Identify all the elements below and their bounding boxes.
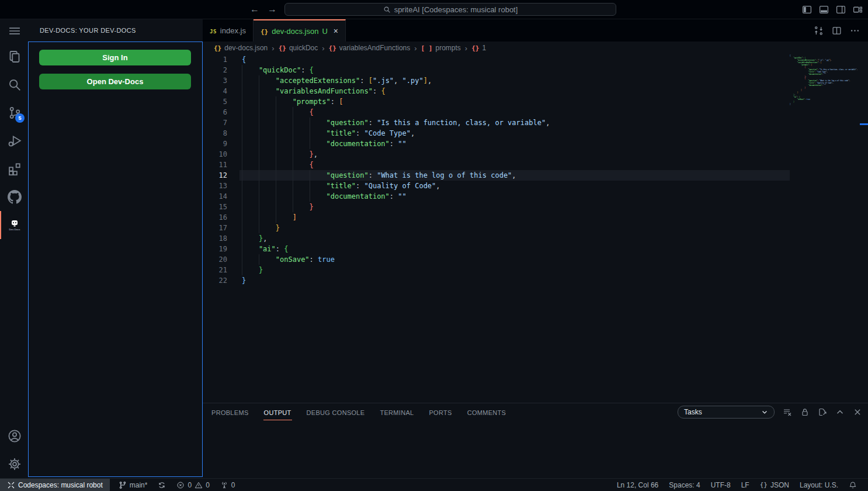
line-content: } bbox=[239, 275, 790, 286]
toggle-panel-button[interactable] bbox=[819, 4, 829, 15]
activity-bar-dev-docs[interactable]: Dev-Docs bbox=[0, 211, 28, 239]
tab-dev-docs-json[interactable]: {}dev-docs.jsonU× bbox=[254, 19, 346, 42]
code-line[interactable]: 21} bbox=[203, 265, 790, 275]
dev-docs-webview: Sign InOpen Dev-Docs bbox=[28, 42, 203, 477]
panel-tab-problems[interactable]: PROBLEMS bbox=[211, 404, 249, 420]
code-line[interactable]: 13"title": "Quality of Code", bbox=[203, 181, 790, 191]
activity-bar-source-control[interactable]: 5 bbox=[0, 99, 28, 127]
lock-scrolling-button[interactable] bbox=[800, 407, 810, 417]
activity-bar-explorer[interactable] bbox=[0, 43, 28, 71]
token: { bbox=[310, 66, 314, 74]
line-number: 19 bbox=[203, 244, 227, 254]
token: : bbox=[356, 182, 364, 190]
keyboard-layout[interactable]: Layout: U.S. bbox=[794, 479, 843, 491]
notifications-bell[interactable] bbox=[843, 479, 862, 491]
code-line[interactable]: 1{ bbox=[203, 54, 790, 65]
cursor-position[interactable]: Ln 12, Col 66 bbox=[612, 479, 664, 491]
panel-tab-debug-console[interactable]: DEBUG CONSOLE bbox=[306, 404, 366, 420]
panel-tab-ports[interactable]: PORTS bbox=[428, 404, 452, 420]
code-line[interactable]: 18}, bbox=[203, 233, 790, 244]
history-nav: ←→ bbox=[250, 5, 277, 14]
minimap[interactable]: { "quickDoc": { "acceptedExtensions": ["… bbox=[790, 54, 860, 403]
output-channel-select[interactable]: Tasks bbox=[678, 406, 775, 419]
code-line[interactable]: 4"variablesAndFunctions": { bbox=[203, 86, 790, 96]
breadcrumb-item[interactable]: {}quickDoc bbox=[279, 44, 318, 52]
code-editor[interactable]: 1{2"quickDoc": {3"acceptedExtensions": [… bbox=[203, 54, 790, 403]
code-line[interactable]: 6{ bbox=[203, 107, 790, 117]
code-line[interactable]: 2"quickDoc": { bbox=[203, 65, 790, 75]
tab-index-js[interactable]: JSindex.js bbox=[203, 19, 254, 42]
chevron-down-icon bbox=[761, 409, 768, 416]
code-line[interactable]: 9"documentation": "" bbox=[203, 139, 790, 149]
panel-tab-output[interactable]: OUTPUT bbox=[263, 404, 292, 420]
activity-bar-extensions[interactable] bbox=[0, 155, 28, 183]
activity-bar-menu-button[interactable] bbox=[0, 19, 28, 43]
more-actions-button[interactable] bbox=[850, 26, 860, 36]
customize-layout-button[interactable] bbox=[853, 4, 863, 15]
indent-guide bbox=[310, 170, 327, 181]
panel-tab-terminal[interactable]: TERMINAL bbox=[379, 404, 414, 420]
open-output-in-editor-button[interactable] bbox=[818, 407, 827, 417]
remote-indicator[interactable]: Codespaces: musical robot bbox=[0, 479, 110, 491]
breadcrumb-item[interactable]: {}dev-docs.json bbox=[214, 44, 268, 52]
indent-guide bbox=[242, 75, 259, 86]
activity-bar-accounts[interactable] bbox=[0, 422, 28, 450]
minimap-token: ".py" bbox=[825, 59, 829, 61]
code-line[interactable]: 12"question": "What is the log o of this… bbox=[203, 170, 790, 181]
split-editor-button[interactable] bbox=[832, 26, 842, 36]
breadcrumb-item[interactable]: {}variablesAndFunctions bbox=[329, 44, 411, 52]
back-button[interactable]: ← bbox=[250, 5, 259, 14]
open-dev-docs-button[interactable]: Open Dev-Docs bbox=[39, 74, 191, 89]
command-center-search[interactable]: spriteAI [Codespaces: musical robot] bbox=[284, 3, 616, 16]
breadcrumb-item[interactable]: [ ]prompts bbox=[421, 44, 461, 52]
line-content: }, bbox=[239, 233, 790, 244]
sync-item[interactable] bbox=[152, 479, 171, 491]
forwarded-ports-item[interactable]: 0 bbox=[215, 479, 241, 491]
activity-bar-settings[interactable] bbox=[0, 450, 28, 478]
sign-in-button[interactable]: Sign In bbox=[39, 50, 191, 65]
minimap-token: , bbox=[832, 82, 834, 84]
output-panel-content bbox=[203, 421, 868, 478]
indentation[interactable]: Spaces: 4 bbox=[664, 479, 705, 491]
scm-badge: 5 bbox=[15, 113, 25, 123]
line-number: 15 bbox=[203, 202, 227, 212]
maximize-panel-button[interactable] bbox=[835, 407, 845, 417]
breadcrumb-item[interactable]: {}1 bbox=[471, 44, 486, 52]
code-line[interactable]: 3"acceptedExtensions": [".js", ".py"], bbox=[203, 75, 790, 86]
language-mode-label: JSON bbox=[770, 481, 789, 489]
activity-bar-github[interactable] bbox=[0, 183, 28, 211]
overview-ruler[interactable] bbox=[860, 54, 868, 403]
toggle-secondary-sidebar-button[interactable] bbox=[836, 4, 846, 15]
activity-bar-run-and-debug[interactable] bbox=[0, 127, 28, 155]
close-tab-icon[interactable]: × bbox=[334, 26, 338, 36]
encoding[interactable]: UTF-8 bbox=[706, 479, 736, 491]
code-line[interactable]: 10}, bbox=[203, 149, 790, 160]
code-line[interactable]: 17} bbox=[203, 223, 790, 233]
end-of-line[interactable]: LF bbox=[736, 479, 755, 491]
code-line[interactable]: 15} bbox=[203, 202, 790, 212]
code-line[interactable]: 20"onSave": true bbox=[203, 254, 790, 265]
close-panel-button[interactable] bbox=[853, 407, 862, 417]
toggle-sidebar-button[interactable] bbox=[802, 4, 813, 15]
language-mode[interactable]: {}JSON bbox=[755, 479, 794, 491]
clear-output-button[interactable] bbox=[783, 407, 792, 417]
indent-guide bbox=[310, 191, 327, 202]
problems-item[interactable]: 00 bbox=[171, 479, 214, 491]
code-line[interactable]: 22} bbox=[203, 275, 790, 286]
code-line[interactable]: 7"question": "Is this a function, class,… bbox=[203, 117, 790, 128]
minimap-token: } bbox=[790, 103, 791, 105]
forward-button[interactable]: → bbox=[268, 5, 277, 14]
code-line[interactable]: 19"ai": { bbox=[203, 244, 790, 254]
git-branch-item[interactable]: main* bbox=[113, 479, 153, 491]
code-line[interactable]: 11{ bbox=[203, 160, 790, 170]
open-changes-button[interactable] bbox=[814, 26, 824, 36]
code-line[interactable]: 5"prompts": [ bbox=[203, 96, 790, 107]
code-line[interactable]: 16] bbox=[203, 212, 790, 223]
indent-guide bbox=[293, 170, 310, 181]
breadcrumb-label: 1 bbox=[482, 44, 486, 52]
code-line[interactable]: 8"title": "Code Type", bbox=[203, 128, 790, 139]
activity-bar-search[interactable] bbox=[0, 71, 28, 99]
panel-tab-comments[interactable]: COMMENTS bbox=[467, 404, 507, 420]
minimap-token: } bbox=[804, 87, 805, 89]
code-line[interactable]: 14"documentation": "" bbox=[203, 191, 790, 202]
